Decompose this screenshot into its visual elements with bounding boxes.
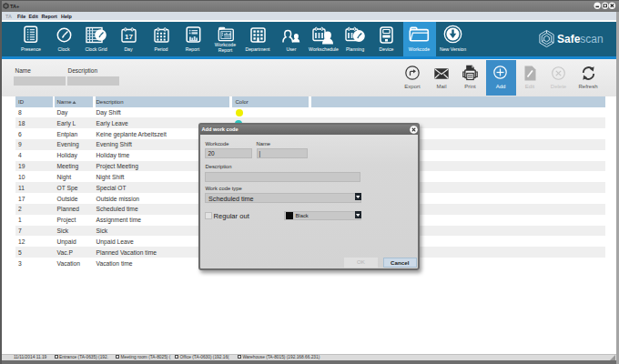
svg-text:17: 17 [125, 33, 133, 41]
